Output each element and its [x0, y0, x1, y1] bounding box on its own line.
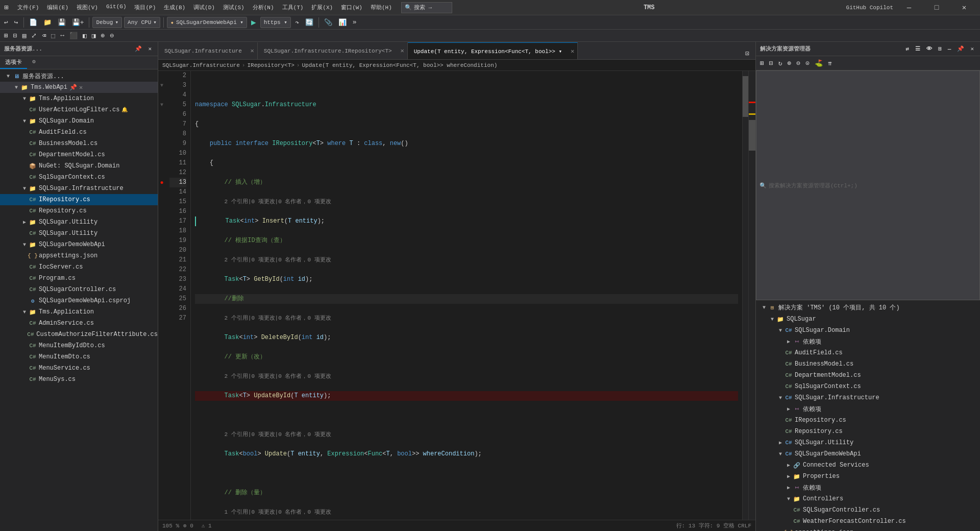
rp-btn4[interactable]: ⊕: [785, 58, 793, 69]
tb2-btn10[interactable]: ◨: [90, 30, 98, 41]
sidebar-auditfield[interactable]: C# AuditField.cs: [0, 127, 158, 138]
sidebar-pin[interactable]: 📌: [133, 43, 144, 55]
tab-update[interactable]: Update(T entity, Expression<Func<T, bool…: [408, 42, 578, 59]
menu-build[interactable]: 生成(B): [161, 3, 188, 12]
sidebar-utility-cs[interactable]: C# SQLSugar.Utility: [0, 228, 158, 239]
rt-demowebapi[interactable]: ▼ C# SQLSugarDemoWebApi: [756, 448, 980, 460]
redo-button[interactable]: ↪: [12, 17, 20, 28]
sidebar-menuitembyid[interactable]: C# MenuItemByIdDto.cs: [0, 340, 158, 351]
filter-button[interactable]: ⊞: [936, 43, 944, 55]
rp-btn5[interactable]: ⊖: [794, 58, 802, 69]
sidebar-tms-application[interactable]: ▼ 📁 Tms.Application: [0, 93, 158, 104]
tb2-btn4[interactable]: ⤢: [29, 30, 39, 41]
sidebar-close[interactable]: ✕: [146, 43, 154, 55]
menu-test[interactable]: 测试(S): [220, 3, 248, 12]
run-button[interactable]: ▶: [249, 17, 258, 28]
open-button[interactable]: 📁: [41, 17, 54, 28]
sidebar-nuget[interactable]: 📦 NuGet: SQLSugar.Domain: [0, 160, 158, 172]
tb2-btn11[interactable]: ⊕: [99, 30, 107, 41]
maximize-button[interactable]: □: [925, 0, 948, 15]
pin-panel-button[interactable]: 📌: [955, 43, 966, 55]
sync-button[interactable]: ⇄: [904, 43, 912, 55]
tab-infrastructure[interactable]: SQLSugar.Infrastructure ✕: [158, 42, 258, 59]
tab-settings[interactable]: ⚙: [27, 56, 41, 69]
minimize-button[interactable]: —: [897, 0, 921, 15]
right-search-box[interactable]: 🔍 搜索解决方案资源管理器(Ctrl+;): [756, 70, 980, 300]
sidebar-sqlsugarcontext[interactable]: C# SqlSugarContext.cs: [0, 172, 158, 183]
close-button[interactable]: ✕: [952, 0, 976, 15]
menu-debug[interactable]: 调试(D): [190, 3, 218, 12]
undo-button[interactable]: ↩: [2, 17, 10, 28]
sidebar-customauthorize[interactable]: C# CustomAuthorizeFilterAttribute.cs: [0, 329, 158, 340]
tab-irepository[interactable]: SQLSugar.Infrastructure.IRepository<T> ✕: [258, 42, 408, 59]
rt-infra[interactable]: ▼ C# SQLSugar.Infrastructure: [756, 392, 980, 403]
project-dropdown[interactable]: ⬥ SQLSugarDemoWebApi ▾: [167, 17, 247, 28]
rt-irepo[interactable]: C# IRepository.cs: [756, 415, 980, 426]
rt-weatherctrl[interactable]: C# WeatherForecastController.cs: [756, 516, 980, 527]
tb2-btn8[interactable]: ⬛: [67, 30, 80, 41]
new-file-button[interactable]: 📄: [27, 17, 39, 28]
rt-properties[interactable]: ▶ 📁 Properties: [756, 471, 980, 482]
sidebar-appsettings[interactable]: { } appsettings.json: [0, 250, 158, 261]
sidebar-menuservice[interactable]: C# MenuService.cs: [0, 363, 158, 374]
cpu-dropdown[interactable]: Any CPU ▾: [124, 17, 160, 28]
rp-btn6[interactable]: ⊙: [803, 58, 812, 69]
close-panel-button[interactable]: ✕: [968, 43, 976, 55]
rt-sqlsugar[interactable]: ▼ 📁 SQLSugar: [756, 313, 980, 325]
sidebar-useractionlog[interactable]: C# UserActionLogFilter.cs 🔔: [0, 104, 158, 115]
rt-controllers[interactable]: ▼ 📁 Controllers: [756, 493, 980, 504]
sidebar-csproj[interactable]: ⚙ SQLSugarDemoWebApi.csproj: [0, 295, 158, 306]
preview-button[interactable]: 👁: [924, 43, 934, 55]
menu-help[interactable]: 帮助(H): [368, 3, 395, 12]
rt-infra-deps[interactable]: ▶ ⑅ 依赖项: [756, 403, 980, 415]
sidebar-sqlsugar-domain[interactable]: ▼ 📁 SQLSugar.Domain: [0, 115, 158, 127]
sidebar-adminservice[interactable]: C# AdminService.cs: [0, 318, 158, 329]
tab-close-1[interactable]: ✕: [251, 47, 254, 55]
tab-close-3[interactable]: ✕: [571, 47, 574, 55]
sidebar-project-root[interactable]: ▼ 📁 Tms.WebApi 📌 ✕: [0, 82, 158, 93]
debug-mode-dropdown[interactable]: Debug ▾: [92, 17, 122, 28]
tb2-btn12[interactable]: ⊖: [108, 30, 116, 41]
rt-domain[interactable]: ▼ C# SQLSugar.Domain: [756, 325, 980, 336]
browser-dropdown[interactable]: https ▾: [260, 17, 291, 28]
rp-btn2[interactable]: ⊟: [767, 58, 775, 69]
rt-dw-deps[interactable]: ▶ ⑅ 依赖项: [756, 482, 980, 493]
code-content[interactable]: namespace SQLSugar.Infrastructure { publ…: [191, 71, 742, 520]
close-tab-icon[interactable]: ✕: [79, 84, 83, 91]
tb2-btn5[interactable]: ⌫: [40, 30, 48, 41]
rt-domain-deps[interactable]: ▶ ⑅ 依赖项: [756, 336, 980, 347]
sidebar-infrastructure[interactable]: ▼ 📁 SQLSugar.Infrastructure: [0, 183, 158, 194]
editor-scrollbar[interactable]: [748, 71, 755, 520]
rt-domain-ssc[interactable]: C# SqlSugarContext.cs: [756, 381, 980, 392]
split-editor-button[interactable]: ⊡: [743, 48, 751, 59]
menu-analyze[interactable]: 分析(N): [250, 3, 277, 12]
sidebar-tms-app2[interactable]: ▼ 📁 Tms.Application: [0, 306, 158, 318]
menu-edit[interactable]: 编辑(E): [44, 3, 71, 12]
search-box[interactable]: 🔍 搜索 →: [401, 2, 452, 13]
rt-domain-dm[interactable]: C# DepartmentModel.cs: [756, 370, 980, 381]
rt-sqlsugarctrl[interactable]: C# SQLSugarController.cs: [756, 504, 980, 516]
perf-button[interactable]: 📊: [336, 17, 349, 28]
sidebar-program[interactable]: C# Program.cs: [0, 273, 158, 284]
sidebar-demowebapi[interactable]: ▼ 📁 SQLSugarDemoWebApi: [0, 239, 158, 250]
sidebar-sqlsugarcontroller[interactable]: C# SQLSugarController.cs: [0, 284, 158, 295]
tb2-btn7[interactable]: ↔: [58, 30, 66, 41]
sidebar-repository[interactable]: C# Repository.cs: [0, 205, 158, 216]
menu-project[interactable]: 项目(P): [131, 3, 159, 12]
menu-file[interactable]: 文件(F): [14, 3, 42, 12]
refresh-button[interactable]: 🔄: [303, 17, 315, 28]
sidebar-iocserver[interactable]: C# IocServer.cs: [0, 261, 158, 273]
tb2-btn6[interactable]: ⬚: [49, 30, 57, 41]
tb2-btn2[interactable]: ⊟: [11, 30, 19, 41]
tab-close-2[interactable]: ✕: [400, 47, 404, 55]
rp-btn8[interactable]: ⇈: [826, 58, 834, 69]
tb2-btn1[interactable]: ⊞: [2, 30, 10, 41]
rt-utility[interactable]: ▶ C# SQLSugar.Utility: [756, 437, 980, 448]
menu-extensions[interactable]: 扩展(X): [308, 3, 336, 12]
sidebar-businessmodel[interactable]: C# BusinessModel.cs: [0, 138, 158, 149]
menu-git[interactable]: Git(G): [103, 3, 130, 12]
tb2-btn9[interactable]: ◧: [81, 30, 89, 41]
attach-button[interactable]: 📎: [322, 17, 334, 28]
rp-btn3[interactable]: ↻: [776, 58, 785, 69]
more-button[interactable]: »: [351, 17, 359, 28]
